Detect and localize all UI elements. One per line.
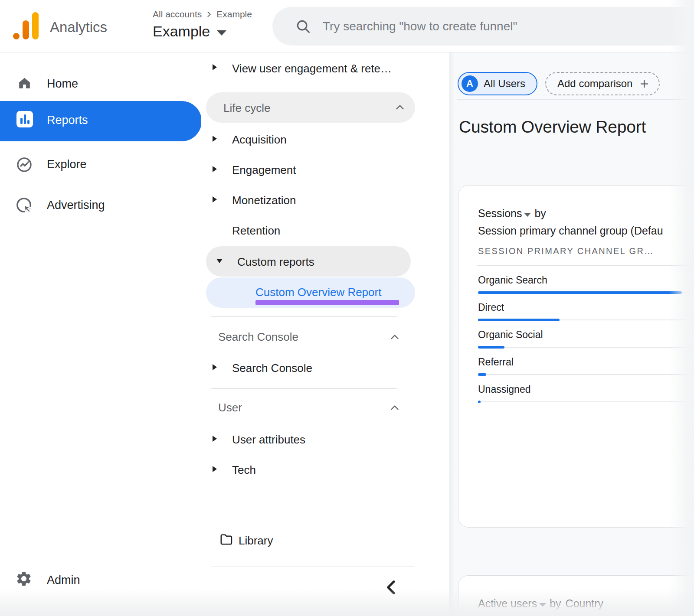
- sidebar-item-label: Home: [47, 77, 78, 91]
- nav-divider: [211, 316, 397, 317]
- gear-icon: [15, 570, 33, 587]
- active-users-by-country-card: Active users by Country: [458, 575, 694, 616]
- nav-item-label: Engagement: [232, 163, 296, 177]
- analytics-logo-dot-icon: [13, 33, 20, 39]
- nav-item-label: View user engagement & rete…: [232, 62, 392, 75]
- property-selector[interactable]: Example: [153, 23, 226, 40]
- nav-section-label: Search Console: [218, 330, 298, 344]
- expand-arrow-icon: [213, 64, 217, 70]
- channel-row: Unassigned: [478, 384, 694, 411]
- sidebar-item-label: Admin: [47, 574, 80, 587]
- folder-icon: [219, 532, 233, 547]
- expand-arrow-icon: [213, 196, 217, 202]
- main-content: A All Users Add comparison Custom Overvi…: [449, 52, 694, 616]
- nav-item-label: Custom reports: [237, 255, 314, 269]
- metric-by-label: by: [534, 207, 546, 220]
- channel-row: Organic Social: [478, 329, 694, 356]
- home-icon: [16, 75, 33, 91]
- nav-section-label: Life cycle: [223, 101, 270, 115]
- analytics-logo-bar-icon: [23, 20, 29, 39]
- primary-sidebar: Home Reports Explore Advertising: [0, 52, 201, 616]
- plus-icon: [638, 78, 650, 90]
- caret-down-icon: [539, 603, 546, 607]
- dimension-selector[interactable]: Session primary channel group (Defau: [478, 225, 663, 237]
- bar-fill: [478, 346, 504, 349]
- nav-item-label: Retention: [232, 224, 280, 238]
- metric-by-label: by: [550, 597, 561, 610]
- audience-label: All Users: [484, 78, 525, 90]
- nav-section-lifecycle[interactable]: Life cycle: [206, 92, 415, 123]
- metric-selector[interactable]: Active users by Country: [478, 597, 603, 610]
- comparison-bar: A All Users Add comparison: [458, 72, 660, 95]
- chevron-up-icon: [394, 102, 406, 113]
- dimension-name: Country: [566, 597, 604, 610]
- bar: [478, 291, 682, 294]
- analytics-logo-tallbar-icon: [32, 12, 39, 39]
- bar-fill: [478, 373, 486, 376]
- expand-arrow-icon: [213, 436, 217, 442]
- add-comparison-label: Add comparison: [557, 78, 632, 90]
- nav-item-label: Acquisition: [232, 133, 287, 147]
- bar-label: Referral: [478, 356, 514, 368]
- collapse-arrow-icon: [216, 259, 223, 263]
- nav-item-label: Tech: [232, 463, 256, 477]
- nav-item-label: Library: [239, 534, 273, 548]
- card-header: Sessions by Session primary channel grou…: [478, 207, 663, 256]
- collapse-nav-button[interactable]: [383, 578, 402, 597]
- expand-arrow-icon: [213, 466, 217, 472]
- bar-label: Organic Search: [478, 274, 547, 286]
- bar-track: [478, 401, 694, 402]
- nav-section-label: User: [218, 401, 242, 414]
- header-divider: [139, 12, 139, 40]
- chevron-up-icon: [389, 402, 400, 414]
- channel-row: Referral: [478, 356, 694, 384]
- audience-avatar: A: [462, 75, 478, 92]
- caret-down-icon: [217, 30, 226, 36]
- sessions-by-channel-card: Sessions by Session primary channel grou…: [458, 185, 694, 528]
- metric-name: Active users: [478, 597, 537, 610]
- bar-fill: [478, 401, 481, 403]
- bar-track: [478, 374, 694, 375]
- bar-label: Direct: [478, 302, 504, 313]
- all-users-chip[interactable]: A All Users: [458, 72, 537, 95]
- sidebar-item-reports[interactable]: Reports: [0, 101, 202, 141]
- channel-row: Direct: [478, 302, 694, 329]
- channel-row: Organic Search: [478, 274, 694, 302]
- chevron-right-icon: [205, 10, 213, 18]
- bar-fill: [478, 319, 560, 321]
- nav-item-custom-overview-report[interactable]: Custom Overview Report: [206, 277, 415, 308]
- column-header[interactable]: SESSION PRIMARY CHANNEL GR…: [478, 246, 663, 256]
- nav-item-label: Monetization: [232, 194, 296, 207]
- breadcrumb-current: Example: [216, 9, 252, 20]
- ga4-app-window: Analytics All accounts Example Example T…: [0, 0, 694, 616]
- bar-label: Unassigned: [478, 384, 530, 395]
- nav-item-label: Custom Overview Report: [255, 286, 381, 299]
- nav-item-label: Search Console: [232, 362, 312, 375]
- search-icon: [295, 18, 311, 35]
- chevron-left-icon: [383, 578, 400, 597]
- bar-track: [478, 347, 694, 348]
- nav-divider: [211, 388, 397, 389]
- sidebar-item-label: Explore: [47, 158, 87, 171]
- search-placeholder: Try searching "how to create funnel": [323, 20, 517, 33]
- chevron-up-icon: [389, 332, 400, 343]
- explore-icon: [15, 156, 33, 174]
- expand-arrow-icon: [213, 166, 217, 172]
- expand-arrow-icon: [213, 364, 217, 370]
- toolbar-divider: [457, 99, 694, 100]
- top-header: Analytics All accounts Example Example T…: [0, 0, 694, 52]
- product-name: Analytics: [50, 19, 107, 36]
- bar: [478, 346, 682, 349]
- breadcrumb: All accounts Example: [153, 9, 252, 20]
- nav-item-custom-reports[interactable]: Custom reports: [206, 246, 411, 277]
- metric-selector[interactable]: Sessions by: [478, 207, 663, 220]
- bar: [478, 373, 682, 376]
- bar: [478, 401, 682, 403]
- search-input[interactable]: Try searching "how to create funnel": [272, 7, 694, 46]
- reports-icon: [16, 111, 33, 127]
- dimension-name: Session primary channel group (Defau: [478, 225, 663, 237]
- advertising-icon: [15, 196, 34, 215]
- add-comparison-button[interactable]: Add comparison: [545, 72, 660, 95]
- reports-nav-panel: View user engagement & rete… Life cycle …: [201, 52, 449, 616]
- annotation-underline: [255, 300, 399, 305]
